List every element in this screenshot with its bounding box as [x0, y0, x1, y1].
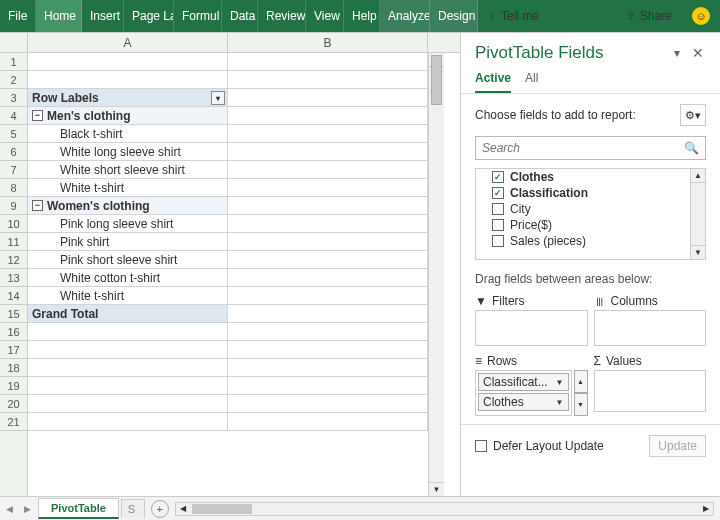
tab-review[interactable]: Review	[258, 0, 306, 32]
search-field[interactable]: 🔍	[475, 136, 706, 160]
row-header[interactable]: 7	[0, 161, 27, 179]
columns-dropzone[interactable]	[594, 310, 707, 346]
checkbox-checked-icon[interactable]: ✓	[492, 171, 504, 183]
row-header[interactable]: 2	[0, 71, 27, 89]
fields-scrollbar[interactable]: ▲ ▼	[690, 169, 705, 259]
row-header[interactable]: 19	[0, 377, 27, 395]
share-button[interactable]: ⇪ Share	[616, 9, 682, 23]
pivot-group-womens[interactable]: −Women's clothing	[28, 197, 228, 215]
row-header[interactable]: 4	[0, 107, 27, 125]
checkbox-icon[interactable]	[492, 203, 504, 215]
tab-data[interactable]: Data	[222, 0, 258, 32]
scroll-down-icon[interactable]: ▼	[691, 245, 705, 259]
row-pill-classification[interactable]: Classificat...▼	[478, 373, 569, 391]
sheet-tab-other[interactable]: S	[121, 499, 145, 518]
scroll-left-icon[interactable]: ◀	[176, 503, 190, 515]
scroll-thumb[interactable]	[192, 504, 252, 514]
row-header[interactable]: 10	[0, 215, 27, 233]
field-city[interactable]: City	[476, 201, 705, 217]
scroll-down-icon[interactable]: ▼	[429, 482, 444, 496]
tab-design[interactable]: Design	[430, 0, 478, 32]
tab-analyze[interactable]: Analyze	[380, 0, 430, 32]
pivot-group-mens[interactable]: −Men's clothing	[28, 107, 228, 125]
field-sales[interactable]: Sales (pieces)	[476, 233, 705, 249]
scroll-up-icon[interactable]: ▲	[691, 169, 705, 183]
reorder-spinner[interactable]: ▲▼	[574, 370, 588, 416]
spin-up-icon[interactable]: ▲	[574, 370, 588, 393]
row-header[interactable]: 13	[0, 269, 27, 287]
checkbox-checked-icon[interactable]: ✓	[492, 187, 504, 199]
checkbox-icon[interactable]	[492, 235, 504, 247]
tab-view[interactable]: View	[306, 0, 344, 32]
scroll-thumb[interactable]	[431, 55, 442, 105]
select-all-corner[interactable]	[0, 33, 28, 52]
filters-dropzone[interactable]	[475, 310, 588, 346]
gear-icon[interactable]: ⚙▾	[680, 104, 706, 126]
tell-me[interactable]: ♀ Tell me	[478, 9, 549, 23]
row-header[interactable]: 8	[0, 179, 27, 197]
collapse-icon[interactable]: −	[32, 110, 43, 121]
rows-dropzone[interactable]: Classificat...▼ Clothes▼	[475, 370, 572, 416]
row-header[interactable]: 1	[0, 53, 27, 71]
pane-menu-icon[interactable]: ▾	[666, 46, 688, 60]
pivot-item[interactable]: Black t-shirt	[28, 125, 228, 143]
search-input[interactable]	[476, 141, 678, 155]
tab-insert[interactable]: Insert	[82, 0, 124, 32]
horizontal-scrollbar[interactable]: ◀ ▶	[175, 502, 714, 516]
sheet-nav-next[interactable]: ▶	[18, 500, 36, 518]
column-header-b[interactable]: B	[228, 33, 428, 52]
row-header[interactable]: 14	[0, 287, 27, 305]
row-header[interactable]: 17	[0, 341, 27, 359]
close-icon[interactable]: ✕	[688, 43, 708, 63]
row-header[interactable]: 16	[0, 323, 27, 341]
tab-file[interactable]: File	[0, 0, 36, 32]
collapse-icon[interactable]: −	[32, 200, 43, 211]
pivot-item[interactable]: Pink short sleeve shirt	[28, 251, 228, 269]
field-classification[interactable]: ✓Classification	[476, 185, 705, 201]
filter-dropdown-button[interactable]: ▾	[211, 91, 225, 105]
row-header[interactable]: 12	[0, 251, 27, 269]
row-header[interactable]: 9	[0, 197, 27, 215]
row-header[interactable]: 15	[0, 305, 27, 323]
feedback-button[interactable]: ☺	[682, 7, 720, 25]
checkbox-icon[interactable]	[492, 219, 504, 231]
sheet-tab-pivottable[interactable]: PivotTable	[38, 498, 119, 519]
pivot-item[interactable]: White short sleeve shirt	[28, 161, 228, 179]
chevron-down-icon[interactable]: ▼	[553, 398, 564, 407]
cells-grid[interactable]: Row Labels▾ −Men's clothing Black t-shir…	[28, 53, 428, 496]
pivot-item[interactable]: White long sleeve shirt	[28, 143, 228, 161]
pivot-item[interactable]: Pink shirt	[28, 233, 228, 251]
row-header[interactable]: 21	[0, 413, 27, 431]
tab-help[interactable]: Help	[344, 0, 380, 32]
pivot-item[interactable]: White t-shirt	[28, 287, 228, 305]
pivot-row-labels-header[interactable]: Row Labels▾	[28, 89, 228, 107]
sheet-nav-prev[interactable]: ◀	[0, 500, 18, 518]
values-dropzone[interactable]	[594, 370, 707, 412]
update-button[interactable]: Update	[649, 435, 706, 457]
pivot-item[interactable]: White cotton t-shirt	[28, 269, 228, 287]
row-header[interactable]: 18	[0, 359, 27, 377]
tab-page-layout[interactable]: Page La	[124, 0, 174, 32]
add-sheet-button[interactable]: +	[151, 500, 169, 518]
field-price[interactable]: Price($)	[476, 217, 705, 233]
spin-down-icon[interactable]: ▼	[574, 393, 588, 416]
row-header[interactable]: 3	[0, 89, 27, 107]
pivot-item[interactable]: Pink long sleeve shirt	[28, 215, 228, 233]
row-header[interactable]: 6	[0, 143, 27, 161]
chevron-down-icon[interactable]: ▼	[553, 378, 564, 387]
tab-home[interactable]: Home	[36, 0, 82, 32]
row-pill-clothes[interactable]: Clothes▼	[478, 393, 569, 411]
defer-checkbox[interactable]	[475, 440, 487, 452]
column-header-a[interactable]: A	[28, 33, 228, 52]
scroll-right-icon[interactable]: ▶	[699, 503, 713, 515]
row-header[interactable]: 11	[0, 233, 27, 251]
row-header[interactable]: 20	[0, 395, 27, 413]
vertical-scrollbar[interactable]: ▲ ▼	[428, 53, 444, 496]
pivot-grand-total[interactable]: Grand Total	[28, 305, 228, 323]
row-header[interactable]: 5	[0, 125, 27, 143]
pane-tab-all[interactable]: All	[525, 67, 538, 93]
pane-tab-active[interactable]: Active	[475, 67, 511, 93]
tab-formulas[interactable]: Formul	[174, 0, 222, 32]
pivot-item[interactable]: White t-shirt	[28, 179, 228, 197]
field-clothes[interactable]: ✓Clothes	[476, 169, 705, 185]
